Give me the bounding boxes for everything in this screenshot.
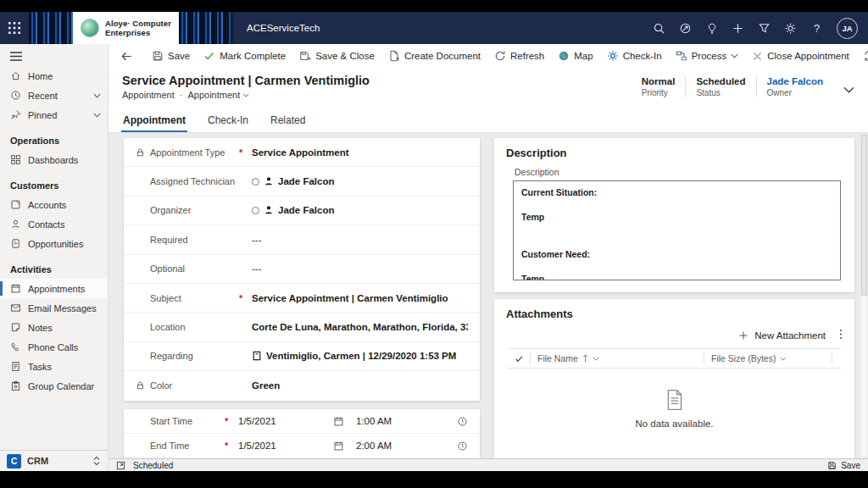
chevron-down-icon <box>242 93 249 97</box>
user-avatar[interactable]: JA <box>837 18 858 39</box>
appointment-type-value[interactable]: Service Appointment <box>252 147 468 158</box>
map-button[interactable]: Map <box>551 46 599 66</box>
clock-icon[interactable] <box>457 441 468 452</box>
subject-value[interactable]: Service Appointment | Carmen Ventimiglio <box>252 293 468 303</box>
sidebar-item-contacts[interactable]: Contacts <box>0 214 108 234</box>
check-in-button[interactable]: Check-In <box>600 46 669 66</box>
header-expand-chevron-icon[interactable] <box>843 86 854 93</box>
search-icon[interactable] <box>646 12 672 44</box>
sidebar-item-label: Phone Calls <box>28 342 78 352</box>
area-switcher[interactable]: C CRM <box>0 450 108 471</box>
recurrence-button[interactable]: Recurrence <box>856 46 868 66</box>
sidebar-item-group-calendar[interactable]: Group Calendar <box>0 376 108 396</box>
back-button[interactable] <box>114 46 140 66</box>
owner-field: Jade Falcon Owner <box>756 76 833 97</box>
column-header-file-name[interactable]: File Name <box>531 353 704 363</box>
smart-assist-lightbulb-icon[interactable] <box>698 12 725 44</box>
waffle-menu-icon[interactable] <box>0 12 29 44</box>
sidebar-item-pinned[interactable]: Pinned <box>0 105 108 125</box>
assigned-technician-value[interactable]: Jade Falcon <box>252 176 468 186</box>
sidebar-item-label: Pinned <box>28 110 57 120</box>
attachments-section-card: Attachments New Attachment File Name <box>494 299 854 458</box>
field-label: End Time <box>150 441 225 451</box>
filter-icon[interactable] <box>751 12 777 44</box>
create-document-button[interactable]: Create Document <box>381 46 487 66</box>
priority-value: Normal <box>642 76 676 86</box>
quick-create-plus-icon[interactable] <box>725 12 751 44</box>
times-card: Start Time * 1/5/2021 1:00 AM End Time *… <box>124 409 480 458</box>
required-asterisk: * <box>235 147 252 158</box>
sidebar-item-label: Home <box>28 71 53 81</box>
owner-value-link[interactable]: Jade Falcon <box>767 76 823 86</box>
footer-save-button[interactable]: Save <box>827 461 860 470</box>
save-and-close-button[interactable]: Save & Close <box>292 46 381 66</box>
calendar-icon[interactable] <box>333 416 344 427</box>
process-button[interactable]: Process <box>669 46 746 66</box>
field-row-assigned-technician: Assigned Technician Jade Falcon <box>124 167 480 196</box>
sidebar-item-appointments[interactable]: Appointments <box>0 279 108 298</box>
start-date-value[interactable]: 1/5/2021 <box>238 416 333 426</box>
end-date-value[interactable]: 1/5/2021 <box>238 441 333 451</box>
guidance-compass-icon[interactable] <box>672 12 698 44</box>
end-time-value[interactable]: 2:00 AM <box>356 441 392 451</box>
tab-related[interactable]: Related <box>270 114 305 132</box>
field-row-optional: Optional --- <box>124 255 480 284</box>
sidebar-item-opportunities[interactable]: Opportunities <box>0 234 108 253</box>
required-asterisk: * <box>225 416 238 426</box>
record-header-left: Service Appointment | Carmen Ventimiglio… <box>122 74 370 100</box>
field-label: Regarding <box>150 351 235 361</box>
top-bar-actions: ? JA <box>646 12 868 44</box>
app-name[interactable]: ACEServiceTech <box>247 23 320 33</box>
sidebar-item-tasks[interactable]: Tasks <box>0 357 108 376</box>
scrollbar-thumb[interactable] <box>861 135 867 296</box>
sidebar-item-notes[interactable]: Notes <box>0 318 108 337</box>
presence-ring-icon <box>252 178 259 186</box>
column-header-file-size[interactable]: File Size (Bytes) <box>704 353 832 363</box>
attachments-overflow-icon[interactable] <box>839 329 843 342</box>
sidebar-item-label: Notes <box>28 323 53 333</box>
open-in-new-window-icon[interactable] <box>116 461 125 470</box>
sidebar-item-dashboards[interactable]: Dashboards <box>0 150 108 169</box>
refresh-button[interactable]: Refresh <box>487 46 551 66</box>
sidebar-item-home[interactable]: Home <box>0 66 108 86</box>
description-textarea[interactable]: Current Situation: Temp Customer Need: T… <box>513 180 841 280</box>
close-appointment-button[interactable]: Close Appointment <box>745 46 856 66</box>
vertical-scrollbar[interactable] <box>861 135 867 457</box>
sidebar-item-email-messages[interactable]: Email Messages <box>0 298 108 318</box>
sidebar-item-recent[interactable]: Recent <box>0 86 108 105</box>
sidebar-item-accounts[interactable]: Accounts <box>0 195 108 214</box>
save-button[interactable]: Save <box>145 46 197 66</box>
plus-icon <box>738 330 748 341</box>
select-all-checkmark-icon[interactable] <box>508 354 530 363</box>
color-value[interactable]: Green <box>252 380 468 391</box>
organizer-value[interactable]: Jade Falcon <box>252 205 468 215</box>
help-icon[interactable]: ? <box>804 12 830 44</box>
tab-check-in[interactable]: Check-In <box>208 114 248 132</box>
form-selector[interactable]: Appointment <box>187 90 240 100</box>
sidebar-item-phone-calls[interactable]: Phone Calls <box>0 337 108 357</box>
description-section-card: Description Description Current Situatio… <box>494 138 854 292</box>
area-switcher-updown-icon <box>92 456 101 466</box>
settings-gear-icon[interactable] <box>777 12 804 44</box>
company-logo[interactable]: Aloye· Computer Enterprises <box>29 12 233 44</box>
optional-attendees-value[interactable]: --- <box>252 263 468 274</box>
sidebar-item-label: Accounts <box>28 200 66 210</box>
footer-save-label: Save <box>841 461 860 470</box>
clock-icon[interactable] <box>457 416 468 427</box>
header-fields: Normal Priority Scheduled Status Jade Fa… <box>632 74 858 97</box>
start-time-value[interactable]: 1:00 AM <box>356 416 392 426</box>
field-row-regarding: Regarding Ventimiglio, Carmen | 12/29/20… <box>124 342 480 371</box>
mark-complete-button[interactable]: Mark Complete <box>197 46 292 66</box>
calendar-icon[interactable] <box>333 441 344 452</box>
chevron-down-icon <box>93 93 101 98</box>
tab-appointment[interactable]: Appointment <box>123 114 186 132</box>
sidebar-item-label: Recent <box>28 91 58 101</box>
location-value[interactable]: Corte De Luna, Marathon, Marathon, Flori… <box>252 322 468 332</box>
command-label: Create Document <box>404 51 481 61</box>
regarding-value[interactable]: Ventimiglio, Carmen | 12/29/2020 1:53 PM <box>252 351 468 361</box>
new-attachment-button[interactable]: New Attachment <box>738 330 826 341</box>
entity-name: Appointment <box>122 90 175 100</box>
sidebar-item-label: Group Calendar <box>28 381 94 391</box>
required-attendees-value[interactable]: --- <box>252 235 468 245</box>
sidebar-collapse-icon[interactable] <box>0 44 108 66</box>
